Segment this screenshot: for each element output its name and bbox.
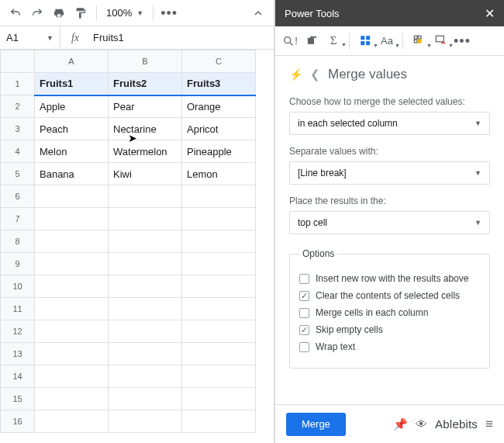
cell[interactable] bbox=[109, 275, 182, 298]
menu-button[interactable]: ≡ bbox=[485, 417, 493, 432]
checkbox[interactable] bbox=[299, 308, 309, 318]
checkbox[interactable] bbox=[299, 342, 309, 352]
cell[interactable] bbox=[182, 275, 256, 298]
cell[interactable] bbox=[35, 298, 109, 320]
how-select[interactable]: in each selected column▼ bbox=[289, 112, 490, 135]
column-header[interactable]: B bbox=[109, 50, 182, 73]
cell[interactable] bbox=[35, 275, 109, 298]
cell[interactable] bbox=[182, 253, 256, 275]
cell[interactable] bbox=[35, 253, 109, 275]
row-header[interactable]: 1 bbox=[1, 73, 35, 95]
cell[interactable] bbox=[35, 343, 109, 365]
more-button[interactable]: ••• bbox=[160, 4, 178, 22]
option-row[interactable]: Insert new row with the results above bbox=[299, 273, 480, 284]
cell[interactable] bbox=[182, 230, 256, 253]
collapse-toolbar-button[interactable] bbox=[249, 4, 268, 22]
grid[interactable]: ABC 1Fruits1Fruits2Fruits32ApplePearOran… bbox=[0, 50, 274, 443]
cell[interactable]: Fruits3 bbox=[182, 73, 256, 95]
cell[interactable]: Lemon bbox=[182, 163, 256, 185]
row-header[interactable]: 6 bbox=[1, 185, 35, 208]
row-header[interactable]: 7 bbox=[1, 208, 35, 230]
cell[interactable] bbox=[182, 208, 256, 230]
cell[interactable] bbox=[182, 365, 256, 388]
back-button[interactable]: ❮ bbox=[310, 67, 320, 81]
help-icon[interactable]: 👁 bbox=[416, 417, 427, 431]
cell[interactable] bbox=[109, 230, 182, 253]
cell[interactable] bbox=[182, 388, 256, 410]
tool-text[interactable]: Aa▼ bbox=[378, 33, 395, 50]
tool-sum[interactable]: Σ▼ bbox=[325, 33, 342, 50]
tool-grid[interactable]: ▼ bbox=[357, 33, 374, 50]
cell[interactable]: Kiwi bbox=[109, 163, 182, 185]
tool-cells1[interactable]: ▼ bbox=[410, 33, 427, 50]
row-header[interactable]: 4 bbox=[1, 140, 35, 163]
cell[interactable] bbox=[35, 185, 109, 208]
cell[interactable]: Banana bbox=[35, 163, 109, 185]
cell[interactable] bbox=[182, 410, 256, 433]
cell[interactable]: Watermelon bbox=[109, 140, 182, 163]
column-header[interactable]: A bbox=[35, 50, 109, 73]
paint-format-button[interactable] bbox=[71, 4, 90, 22]
cell[interactable] bbox=[109, 365, 182, 388]
cell[interactable] bbox=[182, 320, 256, 343]
row-header[interactable]: 5 bbox=[1, 163, 35, 185]
cell[interactable]: Melon bbox=[35, 140, 109, 163]
select-all-corner[interactable] bbox=[1, 50, 35, 73]
place-select[interactable]: top cell▼ bbox=[289, 211, 490, 234]
cell[interactable] bbox=[109, 253, 182, 275]
option-row[interactable]: Skip empty cells bbox=[299, 324, 480, 335]
tool-dedupe[interactable] bbox=[303, 33, 320, 50]
cell[interactable] bbox=[182, 298, 256, 320]
cell[interactable] bbox=[109, 298, 182, 320]
row-header[interactable]: 16 bbox=[1, 410, 35, 433]
cell[interactable] bbox=[109, 185, 182, 208]
print-button[interactable] bbox=[50, 4, 68, 22]
cell[interactable]: Pear bbox=[109, 95, 182, 118]
cell[interactable]: Orange bbox=[182, 95, 256, 118]
cell[interactable] bbox=[35, 410, 109, 433]
cell[interactable] bbox=[35, 230, 109, 253]
cell[interactable]: Fruits1 bbox=[35, 73, 109, 95]
cell[interactable] bbox=[109, 388, 182, 410]
option-row[interactable]: Merge cells in each column bbox=[299, 307, 480, 318]
cell[interactable] bbox=[35, 208, 109, 230]
close-button[interactable]: ✕ bbox=[485, 6, 495, 21]
tool-more[interactable]: ••• bbox=[454, 33, 471, 50]
row-header[interactable]: 11 bbox=[1, 298, 35, 320]
cell[interactable] bbox=[35, 320, 109, 343]
cell[interactable] bbox=[35, 365, 109, 388]
cell[interactable]: Pineapple bbox=[182, 140, 256, 163]
row-header[interactable]: 10 bbox=[1, 275, 35, 298]
row-header[interactable]: 3 bbox=[1, 118, 35, 140]
cell[interactable]: Fruits2 bbox=[109, 73, 182, 95]
option-row[interactable]: Wrap text bbox=[299, 341, 480, 352]
row-header[interactable]: 9 bbox=[1, 253, 35, 275]
row-header[interactable]: 8 bbox=[1, 230, 35, 253]
cell[interactable] bbox=[109, 410, 182, 433]
cell[interactable] bbox=[109, 343, 182, 365]
undo-button[interactable] bbox=[6, 4, 25, 22]
cell[interactable]: Apple bbox=[35, 95, 109, 118]
cell[interactable]: Apricot bbox=[182, 118, 256, 140]
checkbox[interactable] bbox=[299, 274, 309, 284]
cell[interactable] bbox=[182, 185, 256, 208]
redo-button[interactable] bbox=[28, 4, 47, 22]
pin-icon[interactable]: 📌 bbox=[393, 417, 408, 431]
cell[interactable] bbox=[109, 320, 182, 343]
row-header[interactable]: 15 bbox=[1, 388, 35, 410]
tool-cells2[interactable]: ▼ bbox=[432, 33, 449, 50]
tool-search[interactable]: ! bbox=[281, 33, 299, 50]
separator-select[interactable]: [Line break]▼ bbox=[289, 161, 490, 185]
zoom-dropdown[interactable]: 100%▼ bbox=[103, 7, 147, 19]
option-row[interactable]: Clear the contents of selected cells bbox=[299, 290, 480, 301]
cell[interactable] bbox=[182, 343, 256, 365]
formula-value[interactable]: Fruits1 bbox=[90, 32, 124, 43]
row-header[interactable]: 13 bbox=[1, 343, 35, 365]
row-header[interactable]: 2 bbox=[1, 95, 35, 118]
merge-button[interactable]: Merge bbox=[286, 413, 346, 436]
cell[interactable] bbox=[109, 208, 182, 230]
row-header[interactable]: 14 bbox=[1, 365, 35, 388]
column-header[interactable]: C bbox=[182, 50, 256, 73]
checkbox[interactable] bbox=[299, 291, 309, 301]
cell[interactable] bbox=[35, 388, 109, 410]
